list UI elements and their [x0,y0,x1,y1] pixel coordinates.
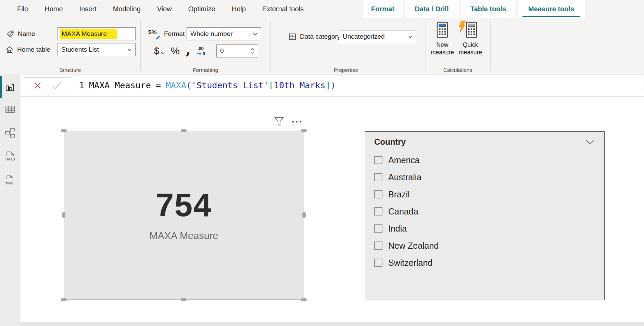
measure-name-input[interactable]: MAXA Measure [58,27,136,40]
menu-tab-optimize[interactable]: Optimize [180,0,224,18]
number-format-buttons: $ % , .00 0 [154,44,205,57]
country-slicer[interactable]: Country America Australia Brazil Canada [365,131,605,300]
home-table-label: Home table [5,43,50,56]
slicer-checkbox-brazil[interactable] [374,190,382,198]
table-grid-icon [4,104,15,115]
data-category-label: Data category [288,30,340,43]
data-category-select[interactable]: Uncategorized [339,30,416,43]
group-separator [490,21,491,71]
dax-query-view-button[interactable]: DAX [4,151,15,162]
ribbon-tab-bar: File Home Insert Modeling View Optimize … [0,0,644,18]
formula-measure-name: MAXA Measure [89,80,151,90]
calculator-lightning-icon [463,22,478,39]
formula-action-buttons [24,77,71,93]
chevron-down-icon [408,35,413,38]
slicer-item-india[interactable]: India [365,220,604,237]
slicer-item-switzerland[interactable]: Switzerland [365,254,604,271]
more-options-icon[interactable] [292,120,303,123]
chevron-down-icon [251,52,254,54]
report-view-button[interactable] [4,81,15,92]
slicer-checkbox-new-zealand[interactable] [374,242,382,250]
resize-handle-middle-right[interactable] [302,212,306,218]
menu-tab-modeling[interactable]: Modeling [105,0,149,18]
dax-formula-input[interactable]: 1 MAXA Measure = MAXA ( 'Students List' … [75,77,644,94]
table-view-button[interactable] [4,104,15,115]
svg-text:TMDL: TMDL [5,182,14,185]
card-label: MAXA Measure [64,230,304,242]
slicer-item-canada[interactable]: Canada [365,203,604,220]
resize-handle-bottom-left[interactable] [61,298,67,301]
currency-format-button[interactable]: $ [154,46,165,56]
chevron-up-icon [251,48,254,50]
formula-table-ref: 'Students List' [191,80,269,90]
group-separator [140,21,141,71]
resize-handle-bottom-middle[interactable] [181,298,187,301]
calculations-group-label: Calculations [434,67,482,73]
contextual-menu-tabs: Format Data / Drill Table tools Measure … [363,0,585,18]
resize-handle-top-right[interactable] [301,129,307,132]
format-select[interactable]: Whole number [187,27,261,40]
decimal-places-stepper[interactable]: 0 [216,44,258,57]
quick-measure-button[interactable]: Quick measure [456,22,485,56]
slicer-item-america[interactable]: America [365,152,604,169]
menu-tab-table-tools[interactable]: Table tools [461,0,516,18]
properties-group-label: Properties [322,67,370,73]
dollar-percent-pencil-icon: $% [148,28,161,39]
home-icon [5,45,14,54]
slicer-checkbox-switzerland[interactable] [374,259,382,267]
percent-format-button[interactable]: % [171,45,180,57]
calculator-icon [435,22,450,39]
drawer-icon [288,33,296,41]
dax-query-icon: DAX [4,151,15,162]
slicer-checkbox-india[interactable] [374,224,382,233]
chevron-down-icon[interactable] [586,140,594,144]
report-canvas[interactable]: 754 MAXA Measure Country America Austral… [20,96,644,322]
slicer-item-brazil[interactable]: Brazil [365,186,604,203]
home-table-select[interactable]: Students List [58,43,136,56]
model-view-button[interactable] [4,127,15,138]
filter-funnel-icon[interactable] [274,117,284,126]
resize-handle-top-middle[interactable] [181,129,187,132]
menu-tab-data-drill[interactable]: Data / Drill [405,0,459,18]
slicer-item-list: America Australia Brazil Canada India Ne… [365,152,604,271]
menu-tab-format[interactable]: Format [363,0,403,18]
formula-line-number: 1 [79,80,84,90]
formula-equals: = [156,80,161,90]
menu-tab-measure-tools[interactable]: Measure tools [518,0,585,18]
card-visual[interactable]: 754 MAXA Measure [64,131,304,300]
menu-tab-insert[interactable]: Insert [71,0,105,18]
measure-name-value: MAXA Measure [60,29,117,39]
model-diagram-icon [4,127,15,138]
slicer-item-new-zealand[interactable]: New Zealand [365,237,604,254]
menu-tab-view[interactable]: View [149,0,180,18]
commit-formula-icon[interactable] [52,82,61,89]
resize-handle-middle-left[interactable] [62,212,65,218]
slicer-checkbox-america[interactable] [374,156,382,164]
decimal-places-icon[interactable]: .00 0 [197,46,205,56]
menu-tab-help[interactable]: Help [224,0,254,18]
tmdl-view-button[interactable]: TMDL [4,175,15,186]
group-separator [426,21,426,71]
formatting-group-label: Formatting [181,67,229,73]
resize-handle-top-left[interactable] [61,129,67,132]
menu-tab-home[interactable]: Home [36,0,71,18]
card-value: 754 [64,186,304,224]
new-measure-button[interactable]: New measure [429,22,456,56]
lightning-icon [458,21,467,33]
slicer-header: Country [365,132,604,147]
menu-tab-file[interactable]: File [9,0,36,18]
view-switcher-sidebar: DAX TMDL [0,75,20,326]
formula-column-ref: 10th Marks [274,80,326,90]
menu-tab-external-tools[interactable]: External tools [254,0,312,18]
slicer-checkbox-australia[interactable] [374,173,382,181]
svg-text:DAX: DAX [5,157,13,161]
resize-handle-bottom-right[interactable] [301,298,307,301]
bar-chart-icon [4,81,15,92]
main-menu-tabs: File Home Insert Modeling View Optimize … [9,0,312,18]
slicer-item-australia[interactable]: Australia [365,169,604,186]
canvas-bottom-edge [20,322,644,326]
discard-formula-icon[interactable] [34,82,41,89]
structure-group-label: Structure [46,67,94,73]
tmdl-view-icon: TMDL [4,175,15,186]
slicer-checkbox-canada[interactable] [374,207,382,216]
